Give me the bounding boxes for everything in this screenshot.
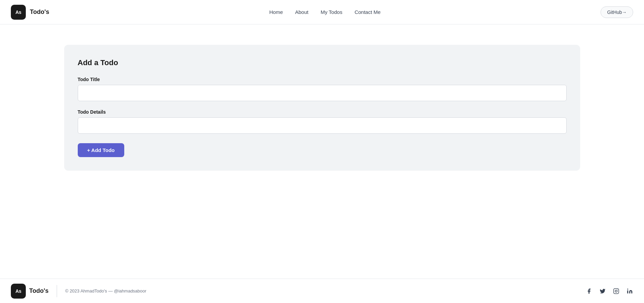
footer-logo-icon: As [11,284,26,299]
facebook-icon[interactable] [586,288,592,295]
footer-brand: As Todo's [11,284,49,299]
nav-link-about[interactable]: About [295,9,308,15]
todo-title-label: Todo Title [78,77,567,82]
navbar-right: GitHub→ [601,6,633,18]
svg-point-2 [617,289,618,290]
navbar-brand: As Todo's [11,5,49,20]
main-content: Add a Todo Todo Title Todo Details + Add… [0,24,644,279]
form-title: Add a Todo [78,58,567,67]
github-button[interactable]: GitHub→ [601,6,633,18]
footer-social [586,288,633,295]
todo-details-input[interactable] [78,117,567,134]
nav-link-home[interactable]: Home [269,9,283,15]
svg-point-1 [615,290,617,292]
twitter-icon[interactable] [599,288,606,295]
instagram-icon[interactable] [613,288,620,295]
brand-name: Todo's [30,8,49,16]
logo-icon: As [11,5,26,20]
footer-left: As Todo's © 2023 AhmadTodo's — @iahmadsa… [11,284,146,299]
todo-title-group: Todo Title [78,77,567,101]
nav-link-contact-me[interactable]: Contact Me [354,9,381,15]
todo-details-label: Todo Details [78,109,567,115]
todo-details-group: Todo Details [78,109,567,134]
footer-brand-name: Todo's [29,287,49,295]
footer-copyright: © 2023 AhmadTodo's — @iahmadsaboor [65,288,146,293]
add-todo-card: Add a Todo Todo Title Todo Details + Add… [64,45,580,171]
svg-rect-3 [627,290,628,293]
nav-link-my-todos[interactable]: My Todos [320,9,342,15]
footer-divider [57,285,57,297]
svg-rect-0 [614,288,619,293]
svg-point-4 [627,288,628,289]
navbar-links: Home About My Todos Contact Me [269,9,381,15]
navbar: As Todo's Home About My Todos Contact Me… [0,0,644,24]
todo-title-input[interactable] [78,85,567,101]
add-todo-button[interactable]: + Add Todo [78,143,124,157]
linkedin-icon[interactable] [626,288,633,295]
footer: As Todo's © 2023 AhmadTodo's — @iahmadsa… [0,279,644,303]
